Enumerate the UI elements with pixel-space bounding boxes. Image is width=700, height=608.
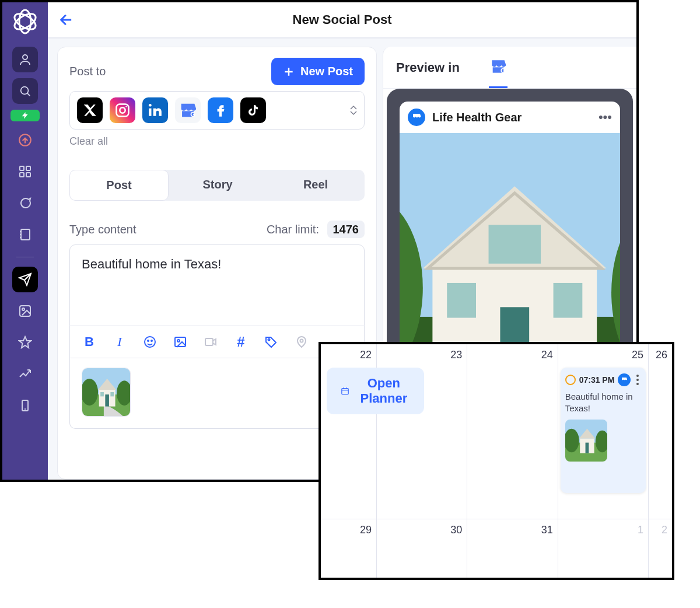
back-arrow-icon[interactable] (58, 12, 75, 28)
svg-rect-36 (110, 392, 114, 396)
sidebar-divider (16, 257, 34, 257)
event-more-icon[interactable] (634, 375, 639, 385)
calendar-cell-24[interactable]: 24 (467, 344, 558, 519)
svg-point-18 (149, 104, 152, 107)
tab-post[interactable]: Post (69, 170, 169, 201)
hashtag-icon[interactable]: # (233, 334, 249, 350)
preview-avatar-icon (408, 109, 425, 126)
calendar-cell-1[interactable]: 1 (558, 519, 649, 578)
image-insert-icon[interactable] (173, 334, 188, 350)
profile-icon[interactable] (12, 47, 38, 72)
char-limit-value: 1476 (327, 221, 365, 238)
svg-rect-49 (554, 283, 583, 318)
preview-post-header: Life Health Gear ••• (400, 102, 620, 133)
tiktok-account-icon[interactable] (240, 97, 266, 123)
char-limit-text: Char limit: (267, 223, 319, 236)
apps-icon[interactable] (12, 159, 38, 184)
svg-rect-25 (205, 338, 213, 345)
calendar-day-number: 25 (632, 349, 643, 361)
tab-reel[interactable]: Reel (267, 170, 365, 201)
search-icon[interactable] (12, 78, 38, 104)
char-limit: Char limit: 1476 (267, 223, 365, 236)
event-thumb (565, 420, 607, 462)
svg-rect-50 (489, 225, 541, 263)
calendar-day-number: 22 (360, 349, 372, 361)
svg-rect-34 (105, 394, 109, 407)
calendar-cell-25[interactable]: 25 07:31 PM Beautiful home in Texas! (558, 344, 649, 519)
event-time: 07:31 PM (579, 375, 615, 385)
notebook-icon[interactable] (12, 222, 38, 247)
calendar-cell-26[interactable]: 26 (649, 344, 672, 519)
calendar-cell-2[interactable]: 2 (649, 519, 672, 578)
preview-in-label: Preview in (396, 60, 460, 75)
svg-rect-23 (175, 337, 186, 347)
post-type-tabs: Post Story Reel (69, 170, 365, 201)
svg-rect-17 (149, 109, 151, 116)
event-text: Beautiful home in Texas! (565, 391, 641, 414)
preview-account-name: Life Health Gear (432, 111, 592, 124)
tag-icon[interactable] (264, 334, 279, 350)
calendar-cell-31[interactable]: 31 (467, 519, 558, 578)
linkedin-account-icon[interactable] (142, 97, 168, 123)
accounts-selector[interactable]: G (69, 91, 365, 130)
post-content-editor[interactable]: Beautiful home in Texas! (69, 244, 365, 326)
preview-network-tab[interactable]: G (489, 57, 508, 88)
tab-story[interactable]: Story (169, 170, 267, 201)
svg-rect-14 (117, 104, 129, 117)
calendar-cell-29[interactable]: 29 (321, 519, 377, 578)
calendar-day-number: 30 (450, 524, 462, 536)
svg-point-16 (125, 106, 127, 107)
calendar-cell-22[interactable]: 22 Open Planner (321, 344, 377, 519)
calendar-day-number: 23 (450, 349, 462, 361)
svg-rect-35 (100, 392, 104, 396)
logo-icon (10, 7, 40, 36)
svg-rect-48 (447, 283, 476, 318)
svg-text:G: G (190, 111, 195, 118)
svg-rect-10 (21, 229, 30, 240)
svg-point-15 (120, 107, 125, 113)
svg-rect-6 (20, 166, 24, 170)
svg-point-27 (300, 340, 303, 343)
image-icon[interactable] (12, 298, 38, 324)
device-icon[interactable] (12, 393, 38, 418)
emoji-icon[interactable] (142, 334, 158, 350)
svg-point-22 (151, 340, 152, 341)
preview-more-icon[interactable]: ••• (598, 110, 612, 125)
send-icon[interactable] (12, 267, 38, 292)
calendar-day-number: 26 (656, 349, 667, 361)
bold-icon[interactable]: B (82, 334, 97, 350)
type-content-label: Type content (69, 223, 136, 236)
location-icon[interactable] (294, 334, 309, 350)
svg-rect-11 (20, 306, 30, 316)
italic-icon[interactable]: I (112, 334, 127, 350)
chat-icon[interactable] (12, 190, 38, 216)
google-business-account-icon[interactable]: G (175, 97, 201, 123)
attached-image-thumb[interactable] (82, 368, 131, 417)
x-account-icon[interactable] (77, 97, 103, 123)
post-to-label: Post to (69, 65, 106, 78)
event-network-icon (618, 373, 631, 386)
svg-point-3 (23, 55, 27, 60)
calendar-cell-30[interactable]: 30 (377, 519, 467, 578)
svg-rect-58 (342, 389, 348, 394)
svg-point-24 (177, 340, 180, 342)
facebook-account-icon[interactable] (208, 97, 233, 123)
accounts-expand-icon[interactable] (350, 105, 357, 116)
clear-all-link[interactable]: Clear all (69, 135, 365, 148)
svg-rect-7 (26, 166, 30, 170)
calendar-day-number: 2 (662, 524, 667, 536)
star-icon[interactable] (12, 330, 38, 355)
scheduled-post-card[interactable]: 07:31 PM Beautiful home in Texas! (561, 368, 646, 493)
svg-point-20 (145, 337, 155, 347)
trend-icon[interactable] (12, 361, 38, 387)
svg-point-26 (268, 339, 270, 341)
cloud-up-icon[interactable] (12, 127, 38, 153)
video-insert-icon[interactable] (203, 334, 218, 350)
calendar-window: 22 Open Planner 23 24 25 07:31 PM Beauti… (318, 342, 674, 580)
calendar-day-number: 1 (638, 524, 643, 536)
new-post-button[interactable]: New Post (271, 58, 365, 85)
bolt-icon[interactable] (10, 110, 40, 121)
calendar-cell-23[interactable]: 23 (377, 344, 467, 519)
instagram-account-icon[interactable] (110, 97, 135, 123)
topbar: New Social Post (48, 2, 636, 39)
